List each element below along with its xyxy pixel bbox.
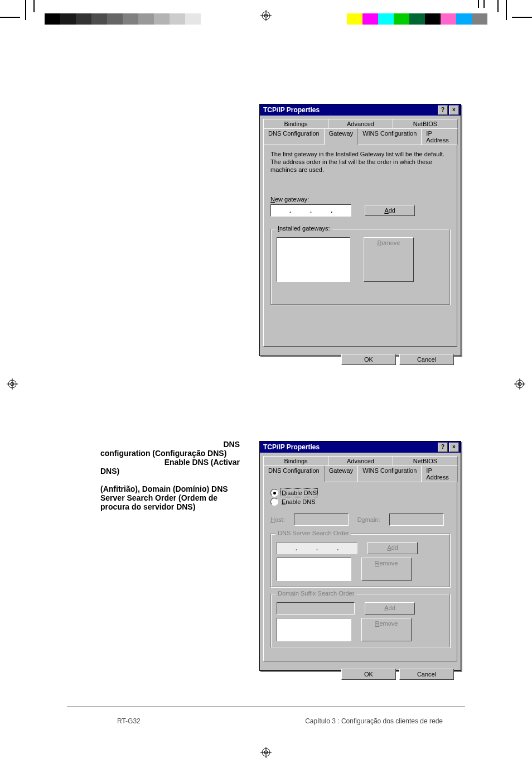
crop-mark	[478, 0, 479, 8]
ip-octet-2[interactable]	[298, 543, 316, 554]
crop-mark	[497, 0, 499, 12]
window-title: TCP/IP Properties	[263, 443, 320, 451]
domain-input[interactable]	[389, 513, 444, 526]
help-button[interactable]: ?	[438, 443, 448, 452]
gateway-description: The first gateway in the Installed Gatew…	[270, 151, 450, 174]
tab-gateway[interactable]: Gateway	[324, 465, 358, 482]
help-button[interactable]: ?	[438, 105, 448, 115]
crop-mark	[25, 0, 26, 20]
tabstrip: Bindings Advanced NetBIOS DNS Configurat…	[263, 119, 457, 145]
text-line: (Anfitrião), Domain (Domínio)	[100, 484, 209, 493]
registration-mark-icon	[514, 378, 525, 390]
ip-octet-3[interactable]	[318, 543, 336, 554]
enable-dns-label: Enable DNS	[282, 498, 316, 505]
registration-mark-icon	[7, 378, 18, 390]
close-icon: ×	[452, 107, 456, 113]
tab-dns-configuration[interactable]: DNS Configuration	[263, 128, 325, 145]
body-paragraph-2: (Anfitrião), Domain (Domínio) DNS Server…	[100, 484, 240, 511]
titlebar[interactable]: TCP/IP Properties ? ×	[260, 441, 461, 453]
crop-mark	[0, 17, 20, 18]
cmyk-color-bar	[347, 13, 487, 25]
suffix-add-button[interactable]: Add	[365, 602, 415, 615]
tab-ip-address[interactable]: IP Address	[421, 128, 458, 145]
dns-search-order-group: DNS Server Search Order . . . Add Remove	[270, 534, 450, 587]
tcpip-properties-dialog-dns: TCP/IP Properties ? × Bindings Advanced …	[259, 441, 461, 671]
installed-gateways-label: Installed gateways:	[275, 225, 332, 232]
question-icon: ?	[441, 444, 444, 450]
installed-gateways-group: Installed gateways: Remove	[270, 229, 450, 305]
tab-advanced[interactable]: Advanced	[328, 456, 393, 465]
ip-octet-1[interactable]	[271, 205, 289, 216]
cancel-button[interactable]: Cancel	[399, 669, 454, 680]
tab-panel-gateway: The first gateway in the Installed Gatew…	[263, 145, 457, 347]
question-icon: ?	[441, 107, 444, 113]
dialog-button-bar: OK Cancel	[263, 350, 457, 369]
add-gateway-button[interactable]: Add	[365, 205, 415, 216]
footer-model: RT-G32	[117, 717, 141, 725]
close-icon: ×	[452, 444, 456, 450]
registration-mark-icon	[260, 10, 272, 21]
close-button[interactable]: ×	[449, 443, 459, 452]
domain-suffix-label: Domain Suffix Search Order	[275, 590, 356, 597]
body-paragraph-1: DNS configuration (Configuração DNS) Ena…	[100, 440, 240, 476]
crop-mark	[483, 0, 485, 8]
ip-octet-3[interactable]	[312, 205, 330, 216]
cancel-button[interactable]: Cancel	[399, 354, 454, 365]
tab-panel-dns: Disable DNS Enable DNS Host: Domain: DNS…	[263, 482, 457, 661]
ip-octet-1[interactable]	[277, 543, 295, 554]
titlebar[interactable]: TCP/IP Properties ? ×	[260, 104, 461, 116]
domain-label: Domain:	[357, 516, 380, 523]
host-input[interactable]	[294, 513, 349, 526]
tab-wins-configuration[interactable]: WINS Configuration	[357, 465, 422, 482]
domain-suffix-group: Domain Suffix Search Order Add Remove	[270, 594, 450, 647]
tab-bindings[interactable]: Bindings	[263, 119, 328, 128]
tab-bindings[interactable]: Bindings	[263, 456, 328, 465]
dns-remove-button[interactable]: Remove	[361, 558, 412, 581]
tab-advanced[interactable]: Advanced	[328, 119, 393, 128]
text-line: DNS	[100, 440, 240, 449]
footer-divider	[67, 706, 465, 707]
suffix-listbox[interactable]	[277, 618, 351, 641]
crop-mark	[512, 17, 532, 18]
disable-dns-radio[interactable]: Disable DNS	[270, 489, 450, 497]
suffix-input[interactable]	[277, 602, 355, 615]
tcpip-properties-dialog-gateway: TCP/IP Properties ? × Bindings Advanced …	[259, 104, 461, 356]
new-gateway-ip-input[interactable]: . . .	[270, 204, 351, 217]
dns-ip-input[interactable]: . . .	[277, 542, 357, 554]
host-label: Host:	[270, 516, 285, 523]
close-button[interactable]: ×	[449, 105, 459, 115]
tabstrip: Bindings Advanced NetBIOS DNS Configurat…	[263, 456, 457, 482]
text-line: Enable DNS (Activar	[100, 458, 240, 467]
tab-wins-configuration[interactable]: WINS Configuration	[357, 128, 422, 145]
installed-gateways-listbox[interactable]	[277, 237, 350, 282]
suffix-remove-button[interactable]: Remove	[361, 618, 412, 641]
crop-mark	[33, 0, 35, 12]
radio-icon	[270, 489, 278, 497]
radio-icon	[270, 498, 278, 506]
dns-search-order-label: DNS Server Search Order	[275, 530, 351, 536]
tab-ip-address[interactable]: IP Address	[421, 465, 458, 482]
ok-button[interactable]: OK	[341, 669, 396, 680]
footer-chapter: Capítulo 3 : Configuração dos clientes d…	[305, 717, 443, 725]
registration-mark-icon	[260, 747, 272, 758]
enable-dns-radio[interactable]: Enable DNS	[270, 498, 450, 506]
ip-octet-4[interactable]	[339, 543, 357, 554]
remove-gateway-button[interactable]: Remove	[364, 237, 414, 282]
tab-gateway[interactable]: Gateway	[324, 128, 358, 145]
disable-dns-label: Disable DNS	[282, 489, 317, 496]
text-line: configuration (Configuração DNS)	[100, 449, 240, 458]
dns-add-button[interactable]: Add	[367, 542, 418, 554]
ip-octet-2[interactable]	[292, 205, 309, 216]
dns-listbox[interactable]	[277, 558, 351, 581]
tab-dns-configuration[interactable]: DNS Configuration	[263, 465, 325, 482]
grayscale-color-bar	[45, 13, 201, 25]
tab-netbios[interactable]: NetBIOS	[393, 456, 458, 465]
window-title: TCP/IP Properties	[263, 106, 320, 114]
dialog-button-bar: OK Cancel	[263, 665, 457, 684]
ok-button[interactable]: OK	[341, 354, 396, 365]
ip-octet-4[interactable]	[333, 205, 351, 216]
crop-mark	[506, 0, 507, 20]
new-gateway-label: New gateway:	[270, 196, 450, 203]
text-line: DNS)	[100, 467, 240, 476]
tab-netbios[interactable]: NetBIOS	[393, 119, 458, 128]
